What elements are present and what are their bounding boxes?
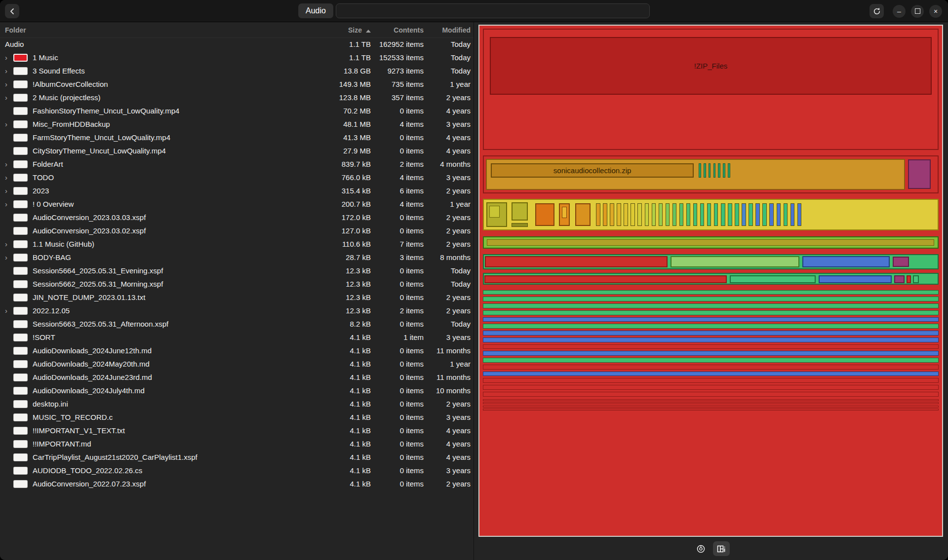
- table-row[interactable]: ›FolderArt839.7 kB2 items4 months: [0, 157, 474, 171]
- table-row[interactable]: Session5662_2025.05.31_Morning.xspf12.3 …: [0, 277, 474, 291]
- treemap-rect[interactable]: [489, 206, 500, 218]
- treemap-rect[interactable]: [686, 203, 690, 226]
- treemap-rect[interactable]: [907, 275, 911, 284]
- location-entry[interactable]: [336, 3, 650, 18]
- table-row[interactable]: AudioConversion_2023.03.03.xspf172.0 kB0…: [0, 211, 474, 224]
- treemap-rect[interactable]: [707, 203, 711, 226]
- treemap-rect[interactable]: [485, 256, 668, 267]
- table-row[interactable]: ›2023315.4 kB6 items2 years: [0, 184, 474, 197]
- table-row[interactable]: ›!AlbumCoverCollection149.3 MB735 items1…: [0, 77, 474, 91]
- table-row[interactable]: JIN_NOTE_DUMP_2023.01.13.txt12.3 kB0 ite…: [0, 291, 474, 304]
- treemap-rect[interactable]: [672, 203, 676, 226]
- treemap-rect[interactable]: [562, 207, 567, 218]
- chevron-right-icon[interactable]: ›: [5, 253, 13, 261]
- treemap-rect[interactable]: [652, 203, 656, 226]
- treemap-rect[interactable]: [730, 275, 816, 284]
- table-row[interactable]: AudioDownloads_2024June12th.md4.1 kB0 it…: [0, 344, 474, 357]
- treemap-rect[interactable]: [483, 290, 939, 295]
- minimize-button[interactable]: –: [893, 5, 906, 18]
- table-row[interactable]: CarTripPlaylist_August21st2020_CarPlayli…: [0, 450, 474, 464]
- treemap-rect[interactable]: [575, 203, 591, 226]
- table-row[interactable]: ›Misc_FromHDDBackup48.1 MB4 items3 years: [0, 117, 474, 131]
- table-row[interactable]: AudioDownloads_2024May20th.md4.1 kB0 ite…: [0, 357, 474, 371]
- tab-audio[interactable]: Audio: [298, 3, 333, 18]
- chevron-right-icon[interactable]: ›: [5, 160, 13, 168]
- treemap-rect[interactable]: [483, 351, 939, 356]
- chevron-right-icon[interactable]: ›: [5, 53, 13, 62]
- treemap-rect[interactable]: [749, 203, 752, 226]
- treemap-rect[interactable]: [483, 385, 939, 390]
- treemap-chart-button[interactable]: [713, 541, 730, 556]
- treemap-rect[interactable]: [483, 399, 939, 401]
- treemap-rect[interactable]: [483, 324, 939, 329]
- treemap-rect[interactable]: [728, 163, 730, 178]
- treemap-rect[interactable]: [483, 378, 939, 383]
- column-header-folder[interactable]: Folder: [5, 26, 308, 34]
- treemap-rect[interactable]: [819, 275, 892, 284]
- treemap-rect[interactable]: [693, 203, 697, 226]
- table-row[interactable]: ›1 Music1.1 TB152533 itemsToday: [0, 51, 474, 64]
- treemap-rect[interactable]: [624, 203, 628, 226]
- treemap-rect[interactable]: [610, 203, 614, 226]
- table-row[interactable]: AudioDownloads_2024July4th.md4.1 kB0 ite…: [0, 384, 474, 397]
- treemap-rect[interactable]: [728, 203, 732, 226]
- table-row[interactable]: ›! 0 Overview200.7 kB4 items1 year: [0, 197, 474, 211]
- table-row[interactable]: ›1.1 Music (GitHub)110.6 kB7 items2 year…: [0, 237, 474, 251]
- table-row[interactable]: AUDIODB_TODO_2022.02.26.cs4.1 kB0 items3…: [0, 464, 474, 477]
- maximize-button[interactable]: [911, 5, 924, 18]
- table-row[interactable]: FarmStoryTheme_Uncut_LowQuality.mp441.3 …: [0, 131, 474, 144]
- treemap-rect[interactable]: [512, 223, 528, 227]
- treemap-rect[interactable]: [483, 344, 939, 349]
- chevron-right-icon[interactable]: ›: [5, 240, 13, 248]
- table-row[interactable]: ›2 Music (projectless)123.8 MB357 items2…: [0, 91, 474, 104]
- treemap-rect[interactable]: [483, 406, 939, 408]
- treemap-rect[interactable]: [671, 256, 799, 267]
- refresh-button[interactable]: [869, 4, 884, 18]
- column-header-modified[interactable]: Modified: [424, 26, 471, 34]
- table-row[interactable]: CityStoryTheme_Uncut_LowQuality.mp427.9 …: [0, 144, 474, 157]
- table-row[interactable]: ›BODY-BAG28.7 kB3 items8 months: [0, 251, 474, 264]
- chevron-right-icon[interactable]: ›: [5, 93, 13, 102]
- treemap-rect[interactable]: [790, 203, 794, 226]
- treemap-rect[interactable]: [483, 303, 939, 308]
- treemap-rect[interactable]: [784, 203, 788, 226]
- treemap-rect[interactable]: [484, 275, 727, 284]
- table-row[interactable]: FashionStoryTheme_Uncut_LowQuality.mp470…: [0, 104, 474, 117]
- treemap-rect[interactable]: [699, 163, 701, 178]
- table-row[interactable]: Audio1.1 TB162952 itemsToday: [0, 37, 474, 51]
- treemap-rect[interactable]: [483, 358, 939, 363]
- treemap-rect[interactable]: [483, 310, 939, 315]
- column-header-size[interactable]: Size: [308, 26, 371, 34]
- table-row[interactable]: AudioConversion_2023.03.02.xspf127.0 kB0…: [0, 224, 474, 237]
- treemap-rect[interactable]: [483, 337, 939, 342]
- treemap-rect[interactable]: [894, 275, 905, 284]
- table-row[interactable]: AudioDownloads_2024June23rd.md4.1 kB0 it…: [0, 371, 474, 384]
- treemap-rect[interactable]: [679, 203, 683, 226]
- treemap-rect[interactable]: [637, 203, 641, 226]
- treemap-rect[interactable]: [742, 203, 746, 226]
- table-row[interactable]: AudioConversion_2022.07.23.xspf4.1 kB0 i…: [0, 477, 474, 490]
- treemap-rect[interactable]: [535, 203, 554, 226]
- table-row[interactable]: ›3 Sound Effects13.8 GB9273 itemsToday: [0, 64, 474, 77]
- treemap-rect-labeled[interactable]: sonicaudiocollection.zip: [491, 163, 693, 178]
- table-row[interactable]: Session5664_2025.05.31_Evening.xspf12.3 …: [0, 264, 474, 277]
- treemap-rect[interactable]: [483, 297, 939, 301]
- treemap-rect[interactable]: [721, 203, 725, 226]
- table-row[interactable]: !!IMPORTANT.md4.1 kB0 items4 years: [0, 437, 474, 450]
- treemap-rect[interactable]: [755, 203, 759, 226]
- treemap-chart[interactable]: !ZIP_Filessonicaudiocollection.zip: [479, 26, 942, 536]
- table-row[interactable]: !!IMPORTANT_V1_TEXT.txt4.1 kB0 items4 ye…: [0, 424, 474, 437]
- treemap-rect[interactable]: [659, 203, 663, 226]
- treemap-rect[interactable]: [603, 203, 607, 226]
- treemap-rect[interactable]: [666, 203, 670, 226]
- chevron-right-icon[interactable]: ›: [5, 67, 13, 75]
- treemap-rect[interactable]: [483, 392, 939, 397]
- treemap-rect[interactable]: [777, 203, 781, 226]
- chevron-right-icon[interactable]: ›: [5, 120, 13, 128]
- table-row[interactable]: MUSIC_TO_RECORD.c4.1 kB0 items3 years: [0, 411, 474, 424]
- treemap-rect[interactable]: [908, 159, 931, 189]
- treemap-rect[interactable]: [913, 275, 919, 284]
- treemap-rect[interactable]: [762, 203, 766, 226]
- treemap-rect[interactable]: [700, 203, 704, 226]
- chevron-right-icon[interactable]: ›: [5, 306, 13, 315]
